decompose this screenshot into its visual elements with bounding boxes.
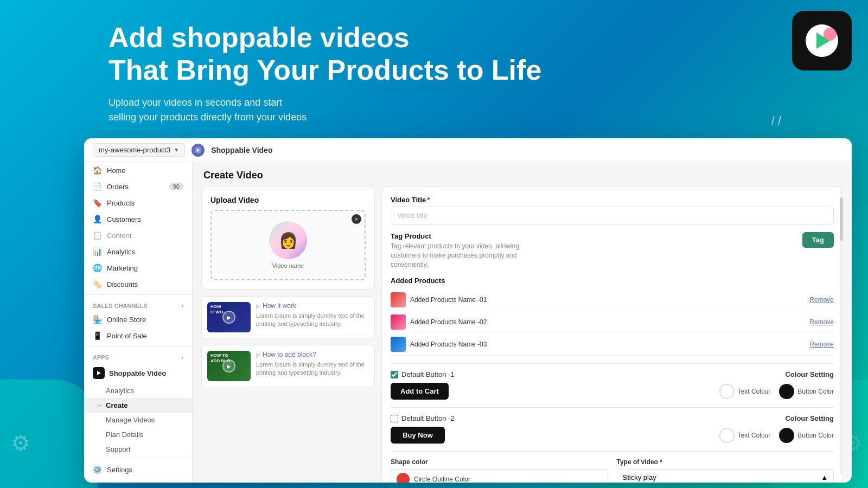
type-required-star: * [660,458,662,466]
sales-channels-section: Sales channels › [84,297,192,311]
colour-setting-1-label: Colour Setting [785,370,834,378]
submenu-create[interactable]: Create [84,398,192,413]
tag-product-section: Tag Product Tag relevant products to you… [391,232,834,269]
discounts-icon: 🏷️ [93,280,103,288]
sidebar-item-discounts[interactable]: 🏷️ Discounts [84,276,192,292]
product-row-3: Added Products Name -03 Remove [391,333,834,356]
submenu-support[interactable]: Support [84,442,192,457]
submenu-analytics[interactable]: Analytics [84,383,192,398]
sidebar-item-settings[interactable]: ⚙️ Settings [84,461,192,478]
tutorial-link-anchor-2[interactable]: How to add block? [263,351,316,358]
sidebar-item-products[interactable]: 🔖 Products [84,195,192,211]
shoppable-video-brand[interactable]: Shoppable Video [84,363,192,383]
chevron-down-icon: ▼ [174,147,179,153]
content-body: Upload Video 👩 × Video name HOWIT WO.. [193,187,852,483]
app-breadcrumb-title: Shoppable Video [211,146,272,155]
page-title: Create Video [193,162,852,187]
tag-product-desc: Tag relevant products to your video, all… [391,242,542,269]
product-name-1: Added Products Name -01 [410,296,805,304]
text-colour-circle-2[interactable] [719,428,735,443]
app-logo [792,11,852,70]
type-of-video-col: Type of video * Sticky play ▲ [617,458,834,483]
sidebar-divider-3 [84,459,192,459]
analytics-icon: 📊 [93,247,103,256]
add-to-cart-button[interactable]: Add to Cart [391,383,449,400]
sidebar-item-content[interactable]: 📋 Content [84,227,192,243]
browser-window: my-awesome-product3 ▼ Shoppable Video 🏠 … [84,138,852,483]
thumb-text-1: HOWIT WO... [210,304,227,314]
sv-icon [93,367,105,379]
button-2-config: Default Button -2 Colour Setting Buy Now… [391,414,834,444]
added-products-section: Added Products Added Products Name -01 R… [391,277,834,356]
tutorial-card-1: HOWIT WO... ▶ ▷ How it work Lorem Ipsum … [201,296,375,338]
button-2-header: Default Button -2 Colour Setting [391,414,834,422]
text-colour-circle-1[interactable] [719,384,735,399]
button-2-checkbox-label: Default Button -2 [391,414,455,422]
home-icon: 🏠 [93,166,103,175]
video-title-input[interactable] [391,207,834,224]
sidebar-divider-2 [84,346,192,346]
sidebar-item-home[interactable]: 🏠 Home [84,162,192,178]
tutorial-thumb-2: HOW TOADD BLO... ▶ [207,351,251,381]
product-name-2: Added Products Name -02 [410,318,805,326]
button-colour-circle-1[interactable] [779,384,794,399]
submenu-plan-details[interactable]: Plan Details [84,427,192,442]
buy-now-button[interactable]: Buy Now [391,427,445,444]
sidebar-item-marketing[interactable]: 🌐 Marketing [84,260,192,276]
tag-product-title: Tag Product [391,232,542,240]
text-colour-option-2: Text Colour [719,428,771,443]
store-selector[interactable]: my-awesome-product3 ▼ [93,143,185,157]
hero-subtitle: Upload your videos in seconds and start … [108,95,835,125]
products-icon: 🔖 [93,198,103,207]
gear-icon-left: ⚙ [11,431,30,455]
shape-color-col: Shape color Circle Outline Color Apply t… [391,458,608,483]
button-colour-circle-2[interactable] [779,428,794,443]
scrollbar-thumb[interactable] [840,197,843,241]
expand-icon: › [182,303,183,309]
color-dot-red [397,473,410,483]
tutorial-thumb-1: HOWIT WO... ▶ [207,302,251,332]
sidebar-item-orders[interactable]: 📄 Orders 90 [84,178,192,195]
tutorial-link-anchor-1[interactable]: How it work [263,302,296,310]
divider-2 [391,407,834,408]
store-name: my-awesome-product3 [99,146,170,154]
type-select[interactable]: Sticky play ▲ [617,469,834,483]
button-1-config: Default Button -1 Colour Setting Add to … [391,370,834,400]
added-products-title: Added Products [391,277,834,285]
upload-dropzone[interactable]: 👩 × Video name [210,210,366,280]
remove-product-1[interactable]: Remove [809,296,834,304]
shape-color-row[interactable]: Circle Outline Color [391,469,608,483]
remove-product-2[interactable]: Remove [809,318,834,326]
marketing-icon: 🌐 [93,264,103,272]
remove-product-3[interactable]: Remove [809,341,834,348]
shape-color-label: Shape color [391,458,608,466]
left-panel: Upload Video 👩 × Video name HOWIT WO.. [201,187,375,474]
tutorial-card-2: HOW TOADD BLO... ▶ ▷ How to add block? L… [201,345,375,387]
submenu-manage-videos[interactable]: Manage Videos [84,413,192,427]
close-upload-button[interactable]: × [352,214,361,224]
scrollbar-track [840,187,843,474]
app-icon [192,144,205,157]
top-bar: my-awesome-product3 ▼ Shoppable Video [84,138,852,162]
tag-button[interactable]: Tag [802,232,834,248]
right-panel-wrapper: Video Title * Tag Product Tag relevant p… [381,187,843,474]
sidebar-divider-1 [84,294,192,295]
play-icon-2: ▷ [256,352,260,358]
text-colour-option-1: Text Colour [719,384,771,399]
sidebar-item-customers[interactable]: 👤 Customers [84,211,192,227]
shape-color-section: Shape color Circle Outline Color Apply t… [391,458,834,483]
tag-product-header: Tag Product Tag relevant products to you… [391,232,834,269]
right-panel: Video Title * Tag Product Tag relevant p… [381,187,843,483]
sidebar-item-online-store[interactable]: 🏪 Online Store [84,311,192,328]
tutorial-desc-1: Lorem Ipsum is simply dummy text of the … [256,312,369,329]
pos-icon: 📱 [93,331,103,340]
sidebar-item-point-of-sale[interactable]: 📱 Point of Sale [84,328,192,344]
divider-1 [391,363,834,364]
button-1-checkbox[interactable] [391,371,398,378]
button-2-row: Buy Now Text Colour Button Color [391,427,834,444]
button-colour-option-1: Button Color [779,384,834,399]
sidebar-item-analytics[interactable]: 📊 Analytics [84,243,192,260]
video-filename: Video name [272,262,304,269]
product-row-2: Added Products Name -02 Remove [391,311,834,333]
button-2-checkbox[interactable] [391,415,398,422]
